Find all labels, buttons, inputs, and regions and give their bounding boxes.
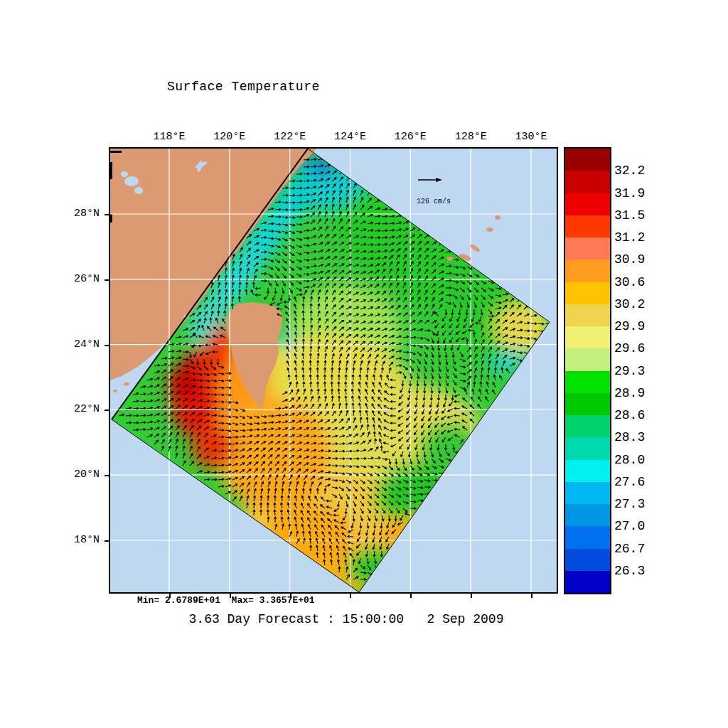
- colorbar-tick-label: 28.0: [614, 453, 645, 467]
- colorbar-band: [565, 549, 610, 571]
- forecast-caption: 3.63 Day Forecast : 15:00:00 2 Sep 2009: [189, 612, 504, 626]
- vector-scale-arrow: [418, 178, 442, 182]
- colorbar-tick-label: 31.9: [614, 186, 645, 200]
- colorbar-tick-label: 26.7: [614, 542, 645, 556]
- x-axis-label: 128°E: [455, 131, 487, 143]
- colorbar: [564, 147, 611, 594]
- figure-title: Surface Temperature: [167, 80, 320, 94]
- x-axis-label: 130°E: [515, 131, 547, 143]
- colorbar-tick-label: 29.9: [614, 319, 645, 333]
- y-axis-label: 28°N: [63, 208, 100, 220]
- colorbar-tick-label: 27.3: [614, 497, 645, 511]
- colorbar-band: [565, 348, 610, 370]
- colorbar-tick-label: 29.6: [614, 341, 645, 355]
- colorbar-tick-label: 27.0: [614, 519, 645, 533]
- colorbar-band: [565, 171, 610, 193]
- colorbar-band: [565, 215, 610, 237]
- colorbar-tick-label: 28.9: [614, 386, 645, 400]
- colorbar-band: [565, 571, 610, 593]
- y-axis-label: 20°N: [63, 469, 100, 481]
- colorbar-band: [565, 304, 610, 326]
- colorbar-band: [565, 282, 610, 304]
- x-axis-label: 120°E: [213, 131, 245, 143]
- x-axis-tick: [410, 594, 412, 598]
- x-axis-label: 126°E: [395, 131, 427, 143]
- colorbar-tick-label: 28.3: [614, 430, 645, 444]
- colorbar-band: [565, 460, 610, 482]
- sst-map: [110, 149, 557, 592]
- vector-scale-label: 126 cm/s: [417, 198, 451, 205]
- y-axis-label: 18°N: [63, 534, 100, 546]
- x-axis-label: 118°E: [153, 131, 185, 143]
- colorbar-tick-label: 31.2: [614, 230, 645, 245]
- colorbar-band: [565, 326, 610, 348]
- map-plot-area: 126 cm/s: [109, 147, 558, 594]
- x-axis-label: 122°E: [274, 131, 306, 143]
- colorbar-bands: [565, 149, 610, 593]
- colorbar-band: [565, 437, 610, 459]
- colorbar-band: [565, 482, 610, 504]
- y-axis-label: 24°N: [63, 338, 100, 350]
- colorbar-band: [565, 149, 610, 171]
- x-axis-label: 124°E: [334, 131, 366, 143]
- colorbar-tick-label: 30.2: [614, 297, 645, 311]
- colorbar-tick-label: 31.5: [614, 208, 645, 223]
- colorbar-tick-label: 29.3: [614, 364, 645, 378]
- colorbar-tick-label: 32.2: [614, 164, 645, 178]
- colorbar-tick-label: 27.6: [614, 475, 645, 489]
- colorbar-band: [565, 415, 610, 437]
- colorbar-band: [565, 393, 610, 415]
- colorbar-band: [565, 371, 610, 393]
- x-axis-tick: [531, 594, 532, 598]
- colorbar-band: [565, 504, 610, 526]
- x-axis-tick: [471, 594, 472, 598]
- colorbar-tick-label: 26.3: [614, 564, 645, 578]
- colorbar-band: [565, 259, 610, 282]
- colorbar-tick-label: 30.9: [614, 252, 645, 267]
- y-axis-label: 22°N: [63, 403, 100, 415]
- figure-canvas: Surface Temperature 118°E120°E122°E124°E…: [0, 0, 728, 728]
- colorbar-tick-label: 28.6: [614, 408, 645, 422]
- colorbar-band: [565, 526, 610, 548]
- y-axis-label: 26°N: [63, 272, 100, 284]
- minmax-stats: Min= 2.6789E+01 Max= 3.3657E+01: [137, 595, 315, 606]
- colorbar-tick-label: 30.6: [614, 275, 645, 289]
- colorbar-band: [565, 237, 610, 259]
- colorbar-band: [565, 193, 610, 215]
- x-axis-tick: [350, 594, 351, 598]
